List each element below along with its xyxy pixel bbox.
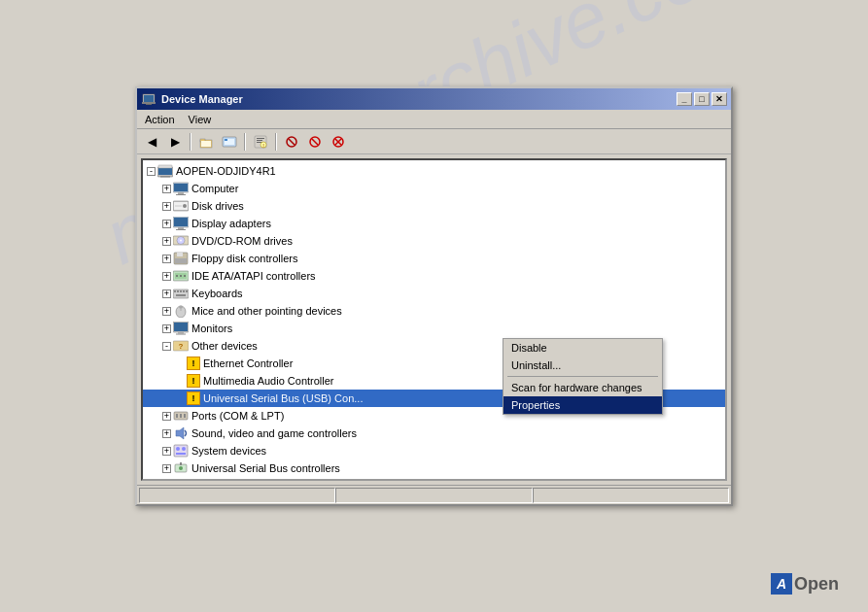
forward-button[interactable]: ▶ bbox=[164, 131, 186, 153]
logo-icon: A bbox=[771, 573, 792, 595]
ide-icon bbox=[173, 268, 189, 284]
svg-rect-68 bbox=[180, 414, 182, 418]
svg-text:?: ? bbox=[179, 342, 184, 351]
close-button[interactable]: ✕ bbox=[712, 92, 727, 106]
tree-computer[interactable]: + Computer bbox=[143, 180, 725, 197]
aopen-logo: A Open bbox=[771, 573, 839, 595]
status-section-2 bbox=[335, 488, 532, 503]
tree-monitors[interactable]: + Monitors bbox=[143, 320, 725, 337]
sound-expand[interactable]: + bbox=[162, 429, 171, 438]
properties-button[interactable]: ! bbox=[250, 131, 271, 153]
ethernet-warning-icon: ! bbox=[187, 357, 200, 370]
ports-expand[interactable]: + bbox=[162, 412, 171, 421]
context-menu: Disable Uninstall... Scan for hardware c… bbox=[503, 338, 663, 415]
tree-dvd[interactable]: + DVD/CD-ROM drives bbox=[143, 232, 725, 250]
tree-sound[interactable]: + Sound, video and game controllers bbox=[143, 425, 725, 442]
ctx-separator bbox=[507, 376, 658, 377]
svg-point-72 bbox=[176, 447, 180, 451]
svg-rect-56 bbox=[176, 294, 186, 296]
ports-icon bbox=[173, 408, 189, 424]
tree-disk-drives[interactable]: + Disk drives bbox=[143, 197, 725, 215]
svg-rect-38 bbox=[176, 229, 186, 230]
root-expand[interactable]: - bbox=[147, 167, 156, 176]
maximize-button[interactable]: □ bbox=[694, 92, 710, 106]
logo-text: Open bbox=[794, 574, 839, 595]
system-expand[interactable]: + bbox=[162, 447, 171, 456]
svg-rect-12 bbox=[257, 140, 262, 141]
mice-expand[interactable]: + bbox=[162, 307, 171, 316]
ctx-scan[interactable]: Scan for hardware changes bbox=[503, 379, 662, 396]
display-expand[interactable]: + bbox=[162, 220, 171, 228]
dvd-icon bbox=[173, 233, 189, 249]
disk-expand[interactable]: + bbox=[162, 202, 171, 211]
svg-point-49 bbox=[184, 275, 186, 277]
mouse-icon bbox=[173, 303, 189, 319]
other-expand[interactable]: - bbox=[162, 342, 171, 351]
system-icon bbox=[173, 443, 189, 459]
status-bar bbox=[137, 485, 731, 504]
svg-rect-25 bbox=[160, 176, 170, 178]
ctx-disable[interactable]: Disable bbox=[503, 339, 662, 357]
keyboard-icon bbox=[173, 286, 189, 301]
tree-system[interactable]: + System devices bbox=[143, 442, 725, 459]
svg-point-33 bbox=[183, 204, 187, 208]
menu-view[interactable]: View bbox=[183, 113, 218, 126]
svg-point-41 bbox=[180, 240, 182, 242]
status-section-1 bbox=[139, 488, 335, 503]
svg-rect-63 bbox=[176, 334, 186, 335]
window-title: Device Manager bbox=[161, 93, 672, 105]
svg-point-47 bbox=[176, 275, 178, 277]
monitors-expand[interactable]: + bbox=[162, 324, 171, 333]
svg-rect-52 bbox=[177, 290, 179, 292]
ctx-uninstall[interactable]: Uninstall... bbox=[503, 357, 662, 374]
dvd-label: DVD/CD-ROM drives bbox=[191, 235, 293, 247]
refresh-button[interactable] bbox=[219, 131, 240, 153]
menu-action[interactable]: Action bbox=[139, 113, 181, 126]
minimize-button[interactable]: _ bbox=[677, 92, 692, 106]
svg-rect-11 bbox=[257, 138, 264, 139]
menu-bar: Action View bbox=[137, 110, 731, 129]
svg-line-17 bbox=[289, 139, 295, 145]
svg-rect-37 bbox=[178, 227, 184, 229]
remove-button[interactable] bbox=[304, 131, 326, 153]
svg-rect-1 bbox=[144, 95, 154, 102]
svg-rect-28 bbox=[174, 184, 188, 191]
up-button[interactable] bbox=[195, 131, 217, 153]
status-section-3 bbox=[533, 488, 729, 503]
content-area: - AOPEN-ODJIDY4R1 + bbox=[141, 158, 727, 481]
svg-rect-77 bbox=[180, 462, 182, 465]
svg-rect-30 bbox=[176, 194, 186, 195]
toolbar-sep-3 bbox=[275, 133, 277, 151]
svg-rect-71 bbox=[174, 445, 188, 457]
sound-icon bbox=[173, 425, 189, 441]
svg-marker-70 bbox=[176, 427, 184, 439]
dvd-expand[interactable]: + bbox=[162, 237, 171, 246]
scan-button[interactable] bbox=[281, 131, 302, 153]
root-label: AOPEN-ODJIDY4R1 bbox=[176, 165, 276, 177]
svg-rect-61 bbox=[174, 323, 188, 331]
tree-display[interactable]: + Display adapters bbox=[143, 215, 725, 232]
disk-icon bbox=[173, 198, 189, 214]
back-button[interactable]: ◀ bbox=[141, 131, 162, 153]
svg-rect-6 bbox=[201, 141, 211, 147]
tree-floppy[interactable]: + Floppy disk controllers bbox=[143, 250, 725, 267]
tree-root[interactable]: - AOPEN-ODJIDY4R1 bbox=[143, 162, 725, 180]
usb-controllers-label: Universal Serial Bus controllers bbox=[191, 462, 340, 474]
tree-ide[interactable]: + IDE ATA/ATAPI controllers bbox=[143, 267, 725, 285]
other-devices-label: Other devices bbox=[191, 340, 258, 352]
ctx-properties[interactable]: Properties bbox=[503, 396, 662, 414]
ide-expand[interactable]: + bbox=[162, 272, 171, 281]
system-label: System devices bbox=[191, 445, 266, 457]
svg-point-73 bbox=[182, 447, 186, 451]
computer-expand[interactable]: + bbox=[162, 185, 171, 193]
kbd-expand[interactable]: + bbox=[162, 289, 171, 298]
help-button[interactable] bbox=[328, 131, 349, 153]
usb-controllers-expand[interactable]: + bbox=[162, 464, 171, 473]
tree-usb-controllers[interactable]: + Universal Serial Bus controllers bbox=[143, 459, 725, 477]
floppy-expand[interactable]: + bbox=[162, 255, 171, 263]
tree-mice[interactable]: + Mice and other pointing devices bbox=[143, 302, 725, 320]
multimedia-label: Multimedia Audio Controller bbox=[203, 375, 334, 387]
keyboards-label: Keyboards bbox=[191, 288, 243, 299]
svg-rect-24 bbox=[158, 168, 172, 175]
tree-keyboards[interactable]: + Keyboards bbox=[143, 285, 725, 302]
